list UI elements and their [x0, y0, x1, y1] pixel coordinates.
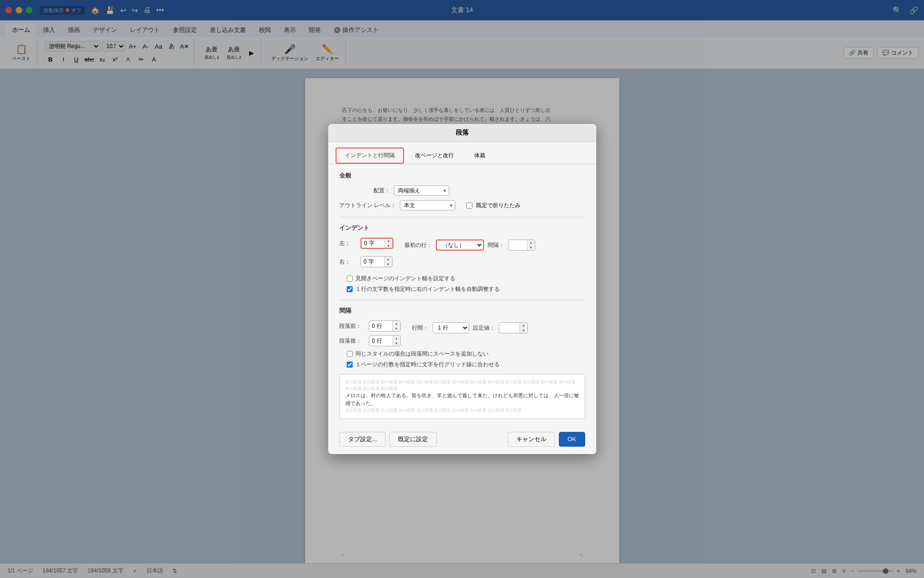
dialog-tabs: インデントと行間隔 改ページと改行 体裁: [328, 142, 596, 164]
tab-settings-button[interactable]: タブ設定...: [339, 432, 386, 447]
dialog-footer: タブ設定... 既定に設定 キャンセル OK: [328, 426, 596, 454]
left-indent-label: 左：: [339, 240, 353, 247]
before-spacing-spinners: ▲ ▼: [392, 321, 400, 331]
spacing-section-label: 間隔: [339, 307, 585, 315]
first-line-spacing-input[interactable]: ▲ ▼: [508, 240, 535, 251]
line-spacing-group: 行間： 1 行 ▼ 設定値： ▲ ▼: [412, 322, 528, 333]
preview-prev-para: 前の段落 前の段落 前の段落 前の段落 前の段落 前の段落 前の段落 前の段落 …: [345, 379, 579, 392]
divider-1: [339, 217, 585, 217]
at-down[interactable]: ▼: [520, 328, 527, 333]
footer-left: タブ設定... 既定に設定: [339, 432, 437, 447]
footer-right: キャンセル OK: [508, 432, 585, 447]
outline-select-wrapper: 本文 ▼: [400, 200, 455, 210]
line-spacing-select-wrapper: 1 行 ▼: [432, 322, 469, 333]
indent-left-col: 左： 0 字 ▲ ▼ 右： 0 字: [339, 238, 393, 271]
dialog-tab-layout-label: 体裁: [474, 152, 485, 159]
no-space-row: 同じスタイルの場合は段落間にスペースを追加しない: [347, 350, 585, 358]
after-spacing-label: 段落後：: [339, 337, 365, 345]
first-line-label: 最初の行：: [404, 241, 432, 249]
indent-main-row: 左： 0 字 ▲ ▼ 右： 0 字: [339, 238, 585, 271]
line-spacing-select[interactable]: 1 行: [432, 322, 469, 333]
right-indent-down[interactable]: ▼: [385, 262, 392, 267]
auto-adjust-row: １行の文字数を指定時に右のインデント幅を自動調整する: [347, 285, 585, 293]
outline-row: アウトライン レベル： 本文 ▼ 既定で折りたたみ: [339, 200, 585, 210]
before-spacing-down[interactable]: ▼: [393, 326, 400, 331]
right-indent-input[interactable]: 0 字 ▲ ▼: [361, 256, 392, 267]
after-spacing-input[interactable]: 0 行 ▲ ▼: [369, 335, 401, 346]
before-spacing-input[interactable]: 0 行 ▲ ▼: [369, 320, 401, 332]
left-indent-row: 左： 0 字 ▲ ▼: [339, 238, 393, 249]
left-indent-down[interactable]: ▼: [385, 243, 392, 248]
divider-2: [339, 300, 585, 300]
dialog-tab-layout[interactable]: 体裁: [465, 148, 495, 164]
after-spacing-spinners: ▲ ▼: [392, 336, 400, 346]
preview-main-text: メロスは、村の牧人である。笛を吹き、羊と遊んで暮して来た。けれども邪悪に対しては…: [345, 392, 579, 407]
grid-align-label: １ページの行数を指定時に文字を行グリッド線に合わせる: [355, 361, 500, 369]
ok-button[interactable]: OK: [559, 432, 585, 447]
before-spacing-row: 段落前： 0 行 ▲ ▼: [339, 320, 401, 332]
spacing-label: 間隔：: [488, 241, 504, 249]
at-value: [499, 327, 520, 329]
after-spacing-up[interactable]: ▲: [393, 336, 400, 341]
default-button[interactable]: 既定に設定: [389, 432, 437, 447]
left-indent-value: 0 字: [361, 239, 385, 248]
mirror-checkbox[interactable]: [466, 203, 472, 209]
left-indent-input[interactable]: 0 字 ▲ ▼: [361, 238, 393, 249]
mirror-check-label: 既定で折りたたみ: [476, 202, 520, 209]
before-spacing-label: 段落前：: [339, 322, 365, 330]
first-line-spacing-up[interactable]: ▲: [527, 240, 535, 245]
first-line-spacing-down[interactable]: ▼: [527, 245, 535, 250]
outline-select[interactable]: 本文: [400, 200, 455, 210]
mirror-indent-checkbox[interactable]: [347, 276, 353, 282]
grid-align-checkbox[interactable]: [347, 362, 353, 368]
dialog-tab-pagebreak-label: 改ページと改行: [415, 152, 454, 159]
right-indent-label: 右：: [339, 258, 353, 266]
indent-section-label: インデント: [339, 224, 585, 232]
left-indent-up[interactable]: ▲: [385, 238, 392, 243]
after-spacing-down[interactable]: ▼: [393, 341, 400, 346]
first-line-select[interactable]: （なし）: [436, 240, 484, 251]
grid-align-row: １ページの行数を指定時に文字を行グリッド線に合わせる: [347, 361, 585, 369]
mirror-indent-label: 見開きページのインデント幅を設定する: [355, 275, 455, 283]
paragraph-dialog: 段落 インデントと行間隔 改ページと改行 体裁 全般 配置： 両端揃え ▼: [328, 124, 596, 454]
mirror-indent-row: 見開きページのインデント幅を設定する: [347, 275, 585, 283]
outline-label: アウトライン レベル：: [339, 202, 396, 209]
first-line-spacing-spinners: ▲ ▼: [527, 240, 535, 250]
dialog-tab-indent-label: インデントと行間隔: [345, 152, 395, 159]
auto-adjust-label: １行の文字数を指定時に右のインデント幅を自動調整する: [355, 285, 500, 293]
left-indent-spinners: ▲ ▼: [385, 238, 392, 248]
before-spacing-value: 0 行: [369, 321, 392, 331]
at-spinners: ▲ ▼: [520, 323, 527, 333]
at-label: 設定値：: [473, 324, 495, 332]
align-row: 配置： 両端揃え ▼: [339, 185, 585, 196]
no-space-checkbox[interactable]: [347, 351, 353, 357]
after-spacing-value: 0 行: [369, 336, 392, 346]
preview-box: 前の段落 前の段落 前の段落 前の段落 前の段落 前の段落 前の段落 前の段落 …: [339, 374, 585, 418]
right-indent-row: 右： 0 字 ▲ ▼: [339, 256, 393, 267]
cancel-button[interactable]: キャンセル: [508, 432, 555, 447]
dialog-tab-pagebreak[interactable]: 改ページと改行: [406, 148, 463, 164]
first-line-group: 最初の行： （なし） ▼ 間隔： ▲ ▼: [404, 240, 535, 251]
right-indent-spinners: ▲ ▼: [384, 257, 392, 267]
after-spacing-row: 段落後： 0 行 ▲ ▼: [339, 335, 401, 346]
dialog-body: 全般 配置： 両端揃え ▼ アウトライン レベル： 本文 ▼: [328, 164, 596, 426]
spacing-main-row: 段落前： 0 行 ▲ ▼ 段落後： 0 行: [339, 320, 585, 346]
at-value-input[interactable]: ▲ ▼: [499, 322, 528, 333]
no-space-label: 同じスタイルの場合は段落間にスペースを追加しない: [355, 350, 489, 358]
spacing-left-col: 段落前： 0 行 ▲ ▼ 段落後： 0 行: [339, 320, 401, 346]
preview-next-para: 次の段落 次の段落 次の段落 次の段落 次の段落 次の段落 次の段落 次の段落 …: [345, 407, 579, 414]
general-section-label: 全般: [339, 172, 585, 180]
before-spacing-up[interactable]: ▲: [393, 321, 400, 326]
line-spacing-label: 行間：: [412, 324, 428, 332]
at-up[interactable]: ▲: [520, 323, 527, 328]
dialog-title: 段落: [328, 124, 596, 142]
align-select[interactable]: 両端揃え: [394, 185, 449, 196]
first-line-select-wrapper: （なし） ▼: [436, 240, 484, 251]
right-indent-value: 0 字: [361, 257, 384, 267]
first-line-spacing-value: [508, 244, 527, 246]
auto-adjust-checkbox[interactable]: [347, 286, 353, 292]
dialog-tab-indent[interactable]: インデントと行間隔: [336, 148, 404, 164]
right-indent-up[interactable]: ▲: [385, 257, 392, 262]
dialog-overlay: 段落 インデントと行間隔 改ページと改行 体裁 全般 配置： 両端揃え ▼: [0, 0, 924, 578]
align-label: 配置：: [339, 187, 390, 195]
